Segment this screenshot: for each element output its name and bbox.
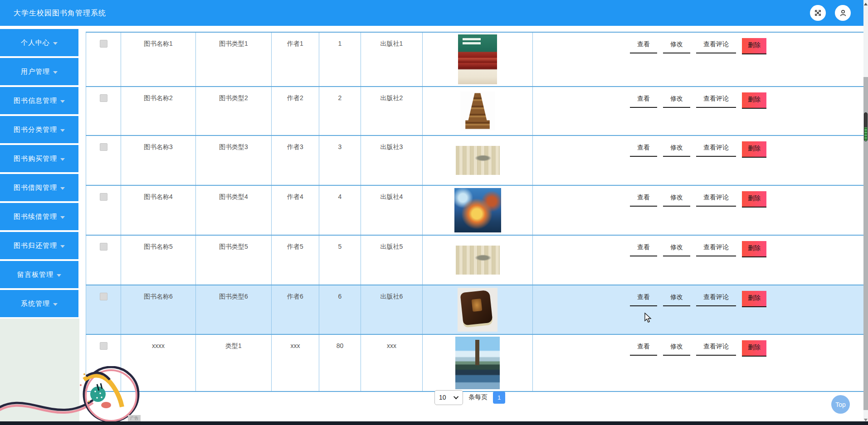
- delete-button[interactable]: 删除: [742, 141, 766, 158]
- chevron-down-icon: [60, 100, 65, 103]
- user-icon: [839, 9, 848, 18]
- sidebar-item-book-borrow-management[interactable]: 图书借阅管理: [0, 174, 78, 201]
- delete-button[interactable]: 删除: [742, 191, 766, 208]
- sidebar-item-system-management[interactable]: 系统管理: [0, 290, 78, 317]
- sidebar-item-label: 图书续借管理: [14, 212, 57, 221]
- view-button[interactable]: 查看: [630, 340, 657, 356]
- row-checkbox[interactable]: [100, 94, 107, 102]
- edit-button[interactable]: 修改: [663, 38, 690, 53]
- view-button[interactable]: 查看: [630, 92, 657, 108]
- book-number-cell: 80: [319, 334, 361, 391]
- sidebar-item-label: 个人中心: [21, 39, 50, 47]
- row-checkbox[interactable]: [100, 193, 107, 201]
- books-table-container: 图书名称1 图书类型1 作者1 1 出版社1 查看 修改 查看评论 删除 图书名…: [86, 32, 864, 392]
- view-comments-button[interactable]: 查看评论: [696, 241, 736, 256]
- book-name-cell: 图书名称2: [121, 87, 196, 135]
- book-type-cell: 图书类型5: [196, 235, 272, 285]
- book-author-cell: xxx: [272, 334, 319, 391]
- per-page-label: 条每页: [468, 393, 488, 401]
- book-publisher-cell: 出版社2: [361, 87, 423, 135]
- chevron-down-icon: [60, 187, 65, 190]
- view-comments-button[interactable]: 查看评论: [696, 191, 736, 207]
- view-comments-button[interactable]: 查看评论: [696, 141, 736, 157]
- chevron-down-icon: [60, 129, 65, 132]
- user-profile-button[interactable]: [835, 5, 851, 21]
- sidebar-item-book-return-management[interactable]: 图书归还管理: [0, 232, 78, 259]
- book-cover-image: [456, 246, 500, 275]
- fullscreen-button[interactable]: [810, 5, 826, 21]
- edit-button[interactable]: 修改: [663, 92, 690, 108]
- table-row: 图书名称3 图书类型3 作者3 3 出版社3 查看 修改 查看评论 删除: [86, 135, 864, 185]
- sidebar-item-book-purchase-management[interactable]: 图书购买管理: [0, 145, 78, 172]
- page-number-button[interactable]: 1: [493, 391, 505, 404]
- view-comments-button[interactable]: 查看评论: [696, 340, 736, 356]
- book-name-cell: 图书名称6: [121, 285, 196, 334]
- back-to-top-button[interactable]: Top: [831, 395, 850, 414]
- fullscreen-expand-icon: [814, 9, 822, 17]
- chevron-down-icon: [454, 394, 458, 399]
- sidebar-item-user-management[interactable]: 用户管理: [0, 58, 78, 85]
- table-row-hovered: 图书名称6 图书类型6 作者6 6 出版社6 查看 修改 查看评论 删除: [86, 285, 864, 334]
- delete-button[interactable]: 删除: [742, 241, 766, 257]
- page-size-select[interactable]: 10: [434, 390, 463, 405]
- book-publisher-cell: xxx: [361, 334, 423, 391]
- delete-button[interactable]: 删除: [742, 38, 766, 54]
- scrollbar-up-arrow[interactable]: [863, 1, 868, 7]
- row-checkbox[interactable]: [100, 143, 107, 151]
- book-author-cell: 作者3: [272, 135, 319, 185]
- chevron-down-icon: [53, 71, 58, 74]
- book-type-cell: 图书类型2: [196, 87, 272, 135]
- book-cover-image: [456, 146, 500, 175]
- book-name-cell: 图书名称3: [121, 135, 196, 185]
- chevron-down-icon: [60, 216, 65, 219]
- row-checkbox[interactable]: [100, 40, 107, 48]
- edit-button[interactable]: 修改: [663, 340, 690, 356]
- book-author-cell: 作者2: [272, 87, 319, 135]
- book-cover-image: [460, 92, 495, 130]
- view-comments-button[interactable]: 查看评论: [696, 92, 736, 108]
- delete-button[interactable]: 删除: [742, 291, 766, 307]
- delete-button[interactable]: 删除: [742, 340, 766, 357]
- book-type-cell: 图书类型6: [196, 285, 272, 334]
- view-comments-button[interactable]: 查看评论: [696, 38, 736, 53]
- chevron-down-icon: [57, 274, 61, 277]
- book-cover-image: [455, 337, 500, 389]
- book-number-cell: 5: [319, 235, 361, 285]
- row-checkbox[interactable]: [100, 342, 107, 350]
- chevron-down-icon: [53, 42, 58, 45]
- page-scrollbar[interactable]: [863, 0, 868, 425]
- view-button[interactable]: 查看: [630, 141, 657, 157]
- sidebar-item-message-board-management[interactable]: 留言板管理: [0, 261, 78, 288]
- pagination: 10 条每页 1: [434, 390, 505, 405]
- row-checkbox[interactable]: [100, 293, 107, 300]
- view-button[interactable]: 查看: [630, 291, 657, 306]
- books-table: 图书名称1 图书类型1 作者1 1 出版社1 查看 修改 查看评论 删除 图书名…: [86, 32, 864, 392]
- view-button[interactable]: 查看: [630, 191, 657, 207]
- edit-button[interactable]: 修改: [663, 291, 690, 306]
- sidebar-item-book-category-management[interactable]: 图书分类管理: [0, 116, 78, 143]
- view-button[interactable]: 查看: [630, 241, 657, 256]
- chevron-down-icon: [60, 245, 65, 248]
- edit-button[interactable]: 修改: [663, 191, 690, 207]
- edit-button[interactable]: 修改: [663, 141, 690, 157]
- view-comments-button[interactable]: 查看评论: [696, 291, 736, 306]
- table-row: xxxx 类型1 xxx 80 xxx 查看 修改 查看评论 删除: [86, 334, 864, 391]
- view-button[interactable]: 查看: [630, 38, 657, 53]
- sidebar-item-book-info-management[interactable]: 图书信息管理: [0, 87, 78, 114]
- book-author-cell: 作者6: [272, 285, 319, 334]
- chevron-down-icon: [53, 303, 58, 306]
- sidebar-item-label: 图书借阅管理: [14, 184, 57, 192]
- book-author-cell: 作者5: [272, 235, 319, 285]
- sidebar-item-label: 图书归还管理: [14, 241, 57, 250]
- sidebar-background: [0, 319, 79, 425]
- book-type-cell: 图书类型3: [196, 135, 272, 185]
- sidebar-item-personal-center[interactable]: 个人中心: [0, 29, 78, 56]
- delete-button[interactable]: 删除: [742, 92, 766, 109]
- row-checkbox[interactable]: [100, 243, 107, 251]
- table-row: 图书名称5 图书类型5 作者5 5 出版社5 查看 修改 查看评论 删除: [86, 235, 864, 285]
- book-cover-image: [458, 288, 497, 332]
- sidebar-item-book-renew-management[interactable]: 图书续借管理: [0, 203, 78, 230]
- edit-button[interactable]: 修改: [663, 241, 690, 256]
- sidebar-item-label: 图书购买管理: [14, 155, 57, 163]
- app-header: 大学生校园图书角管理系统: [0, 0, 868, 26]
